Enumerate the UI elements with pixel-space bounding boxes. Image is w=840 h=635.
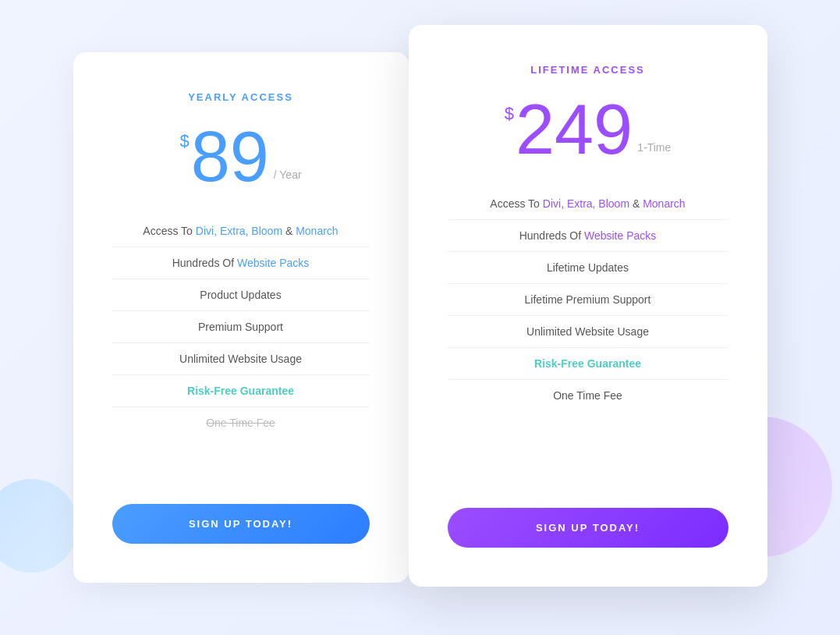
lifetime-price-number: 249 (516, 94, 633, 165)
yearly-feature-2-highlight: Website Packs (237, 257, 309, 269)
lifetime-feature-1-highlight: Divi, Extra, Bloom (543, 197, 629, 210)
decorative-circle-left (0, 479, 78, 573)
yearly-feature-1-prefix: Access To (143, 225, 195, 237)
yearly-feature-1-highlight: Divi, Extra, Bloom (196, 225, 282, 237)
lifetime-feature-1-highlight2: Monarch (643, 197, 685, 210)
page-container: YEARLY ACCESS $ 89 / Year Access To Divi… (0, 0, 840, 635)
yearly-price-symbol: $ (179, 131, 189, 151)
lifetime-feature-3: Lifetime Updates (448, 252, 728, 284)
lifetime-card-content: LIFETIME ACCESS $ 249 1-Time Access To D… (448, 64, 728, 548)
yearly-signup-button[interactable]: SIGN UP TODAY! (112, 504, 370, 544)
yearly-feature-7: One Time Fee (112, 407, 370, 438)
yearly-feature-2: Hundreds Of Website Packs (112, 247, 370, 279)
yearly-feature-1-middle: & (282, 225, 296, 237)
lifetime-feature-1-middle: & (629, 197, 643, 210)
lifetime-plan-title: LIFETIME ACCESS (530, 64, 645, 76)
lifetime-feature-1-prefix: Access To (490, 197, 542, 210)
lifetime-price-period: 1-Time (637, 141, 671, 154)
yearly-price-container: $ 89 / Year (179, 122, 301, 192)
yearly-plan-title: YEARLY ACCESS (188, 91, 293, 103)
lifetime-feature-4: Lifetime Premium Support (448, 284, 728, 316)
lifetime-feature-2-prefix: Hundreds Of (519, 229, 584, 242)
lifetime-feature-6: Risk-Free Guarantee (448, 348, 728, 380)
yearly-price-period: / Year (274, 169, 302, 181)
yearly-plan-card: YEARLY ACCESS $ 89 / Year Access To Divi… (73, 52, 409, 583)
lifetime-price-container: $ 249 1-Time (505, 94, 671, 165)
lifetime-feature-1: Access To Divi, Extra, Bloom & Monarch (448, 188, 728, 220)
lifetime-plan-card: LIFETIME ACCESS $ 249 1-Time Access To D… (409, 25, 767, 587)
lifetime-features-list: Access To Divi, Extra, Bloom & Monarch H… (448, 188, 728, 411)
lifetime-feature-2: Hundreds Of Website Packs (448, 220, 728, 252)
lifetime-signup-button[interactable]: SIGN UP TODAY! (448, 508, 728, 548)
lifetime-feature-7: One Time Fee (448, 380, 728, 411)
yearly-feature-3: Product Updates (112, 279, 370, 311)
yearly-feature-2-prefix: Hundreds Of (172, 257, 237, 269)
yearly-price-number: 89 (191, 122, 269, 192)
yearly-feature-1: Access To Divi, Extra, Bloom & Monarch (112, 215, 370, 247)
lifetime-feature-5: Unlimited Website Usage (448, 316, 728, 348)
yearly-feature-5: Unlimited Website Usage (112, 343, 370, 375)
yearly-risk-free: Risk-Free Guarantee (187, 385, 294, 397)
pricing-cards-wrapper: YEARLY ACCESS $ 89 / Year Access To Divi… (73, 48, 767, 587)
yearly-feature-4: Premium Support (112, 311, 370, 343)
yearly-feature-6: Risk-Free Guarantee (112, 375, 370, 407)
yearly-features-list: Access To Divi, Extra, Bloom & Monarch H… (112, 215, 370, 438)
lifetime-price-symbol: $ (505, 104, 514, 124)
yearly-feature-1-highlight2: Monarch (296, 225, 338, 237)
yearly-card-content: YEARLY ACCESS $ 89 / Year Access To Divi… (112, 91, 370, 544)
yearly-one-time-fee: One Time Fee (206, 417, 275, 429)
lifetime-risk-free: Risk-Free Guarantee (534, 357, 641, 370)
lifetime-feature-2-highlight: Website Packs (584, 229, 656, 242)
